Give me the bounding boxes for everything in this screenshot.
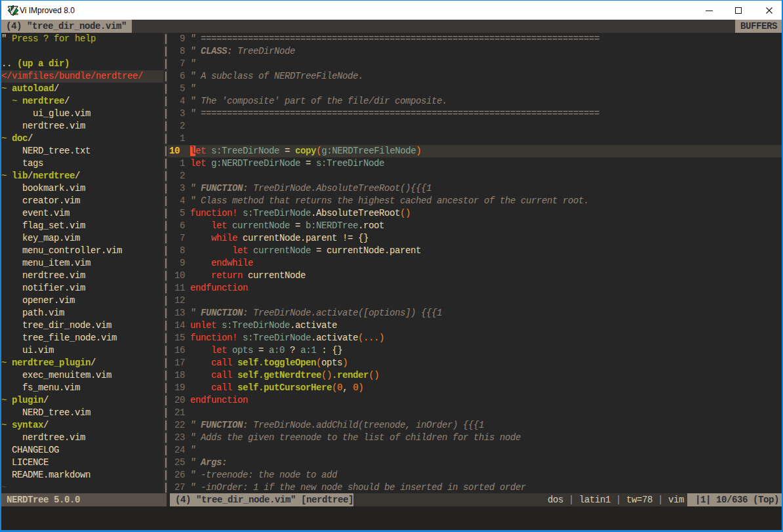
svg-text:im: im <box>14 11 19 16</box>
